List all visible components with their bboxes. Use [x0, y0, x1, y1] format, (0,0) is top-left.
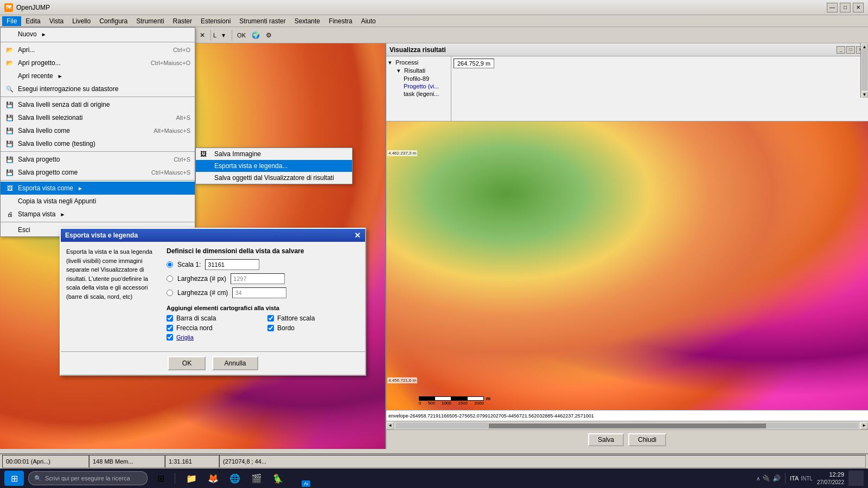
menu-stampa-vista[interactable]: 🖨 Stampa vista ► [1, 208, 195, 221]
esegui-label: Esegui interrogazione su datastore [18, 85, 118, 93]
scroll-left[interactable]: ◄ [386, 422, 394, 429]
menu-copia-vista[interactable]: Copia la vista negli Appunti [1, 195, 195, 208]
fattore-scala-row: Fattore scala [267, 314, 360, 322]
griglia-label[interactable]: Griglia [176, 334, 194, 341]
envelope-text: envelope-264958.72191166505-275652.07991… [388, 413, 594, 419]
menu-configura[interactable]: Configura [95, 16, 132, 26]
sys-up-arrow[interactable]: ∧ [756, 476, 760, 481]
taskbar-firefox-icon[interactable]: 🦊 [205, 471, 222, 486]
taskbar-search-box[interactable]: 🔍 Scrivi qui per eseguire la ricerca [28, 471, 148, 485]
minimize-btn[interactable]: — [827, 3, 838, 12]
submenu-salva-oggetti[interactable]: Salva oggetti dal Visualizzatore di risu… [196, 172, 352, 184]
h-scroll-thumb[interactable] [488, 423, 765, 428]
barra-scala-checkbox[interactable] [167, 315, 173, 322]
menu-edita[interactable]: Edita [21, 16, 44, 26]
app-title: OpenJUMP [16, 4, 827, 11]
larghezza-px-input[interactable]: 1297 [231, 273, 285, 284]
taskbar-app-icon[interactable]: 🦜 [270, 471, 287, 486]
start-button[interactable]: ⊞ [4, 471, 24, 486]
volume-icon[interactable]: 🔊 [773, 474, 781, 482]
menu-strumenti-raster[interactable]: Strumenti raster [235, 16, 290, 26]
scroll-right[interactable]: ► [860, 422, 868, 429]
close-button[interactable]: Chiudi [628, 433, 666, 446]
taskbar-clock[interactable]: 12:29 27/07/2022 [817, 471, 844, 485]
menu-salva-livelli-sel[interactable]: 💾 Salva livelli selezionati Alt+S [1, 111, 195, 124]
si-icon: 🖼 [200, 150, 211, 158]
menu-apri[interactable]: 📂 Apri... Ctrl+O [1, 43, 195, 56]
sp-label: Salva progetto [18, 156, 60, 163]
dialog-close-btn[interactable]: ✕ [354, 231, 361, 240]
scala-radio[interactable] [167, 261, 173, 268]
tool-cross[interactable]: ✕ [196, 29, 208, 41]
show-desktop-btn[interactable] [848, 471, 864, 486]
menu-sextante[interactable]: Sextante [290, 16, 324, 26]
menu-vista[interactable]: Vista [45, 16, 68, 26]
larghezza-px-radio[interactable] [167, 275, 173, 282]
menu-salva-progetto-come[interactable]: 💾 Salva progetto come Ctrl+Maiusc+S [1, 166, 195, 179]
tool-settings[interactable]: ⚙ [263, 29, 275, 41]
tree-progetto[interactable]: Progetto (vi... [388, 82, 449, 90]
taskbar-task-view[interactable]: ⊞ [152, 471, 169, 486]
menu-file[interactable]: File [2, 16, 21, 26]
save-button[interactable]: Salva [588, 433, 624, 446]
freccia-nord-checkbox[interactable] [167, 325, 173, 331]
dialog-ok-btn[interactable]: OK [168, 356, 206, 370]
menu-salva-progetto[interactable]: 💾 Salva progetto Ctrl+S [1, 153, 195, 166]
window-controls: — □ ✕ [827, 3, 864, 12]
menu-apri-recente[interactable]: Apri recente ► [1, 69, 195, 82]
tree-task[interactable]: task (legeni... [388, 90, 449, 98]
submenu-esporta-legenda[interactable]: Esporta vista e legenda... [196, 160, 352, 172]
menu-apri-progetto[interactable]: 📂 Apri progetto... Ctrl+Maiusc+O [1, 56, 195, 69]
menu-esegui[interactable]: 🔍 Esegui interrogazione su datastore [1, 82, 195, 95]
menu-salva-livello-come[interactable]: 💾 Salva livello come Alt+Maiusc+S [1, 124, 195, 137]
menu-raster[interactable]: Raster [169, 16, 196, 26]
taskbar-browser-icon[interactable]: 🌐 [226, 471, 244, 486]
menu-nuovo[interactable]: Nuovo ► [1, 28, 195, 41]
menu-salva-livello-testing[interactable]: 💾 Salva livello come (testing) [1, 137, 195, 150]
tree-profilo[interactable]: Profilo-89 [388, 75, 449, 82]
tool-world[interactable]: 🌍 [250, 29, 261, 41]
taskbar-media-icon[interactable]: 🎬 [248, 471, 265, 486]
y-axis-top: 4.462.237,3 m [387, 150, 417, 156]
menu-aiuto[interactable]: Aiuto [356, 16, 380, 26]
close-btn[interactable]: ✕ [853, 3, 864, 12]
tool-layer-dropdown[interactable]: ▾ [218, 29, 229, 41]
slc-icon: 💾 [5, 126, 15, 136]
submenu-salva-immagine[interactable]: 🖼 Salva Immagine [196, 148, 352, 160]
bordo-checkbox[interactable] [267, 325, 274, 331]
results-min-btn[interactable]: _ [837, 46, 845, 54]
tree-processi[interactable]: ▾ Processi [388, 59, 449, 67]
taskbar-explorer-icon[interactable]: 📁 [183, 471, 200, 486]
results-title-text: Visualizza risultati [390, 46, 446, 54]
menu-estensioni[interactable]: Estensioni [196, 16, 235, 26]
map-elements-title: Aggiungi elementi cartografici alla vist… [167, 305, 360, 311]
sep-3 [1, 180, 195, 181]
results-max-btn[interactable]: □ [846, 46, 855, 54]
tree-risultati[interactable]: ▾ Risultati [388, 67, 449, 75]
menu-esporta-vista[interactable]: 🖼 Esporta vista come ► [1, 182, 195, 195]
tree-expand-risultati[interactable]: ▾ [397, 67, 403, 74]
tree-expand-processi[interactable]: ▾ [388, 59, 394, 66]
dialog-description: Esporta la vista e la sua legenda (livel… [66, 247, 161, 346]
menu-finestra[interactable]: Finestra [324, 16, 356, 26]
sep-2 [1, 151, 195, 152]
dialog-cancel-btn[interactable]: Annulla [212, 356, 258, 370]
menu-strumenti[interactable]: Strumenti [132, 16, 168, 26]
larghezza-cm-input[interactable]: 34 [232, 287, 286, 298]
menu-salva-livelli-senza[interactable]: 💾 Salva livelli senza dati di origine [1, 98, 195, 111]
tool-ok[interactable]: OK [234, 29, 248, 41]
larghezza-cm-radio[interactable] [167, 290, 173, 296]
fattore-scala-checkbox[interactable] [267, 315, 274, 322]
scala-input[interactable]: 31161 [205, 259, 259, 270]
barra-scala-label: Barra di scala [176, 314, 216, 322]
h-scrollbar[interactable]: ◄ ► [386, 421, 868, 429]
h-scroll-track[interactable] [396, 423, 858, 428]
griglia-checkbox[interactable] [167, 334, 173, 341]
title-bar: 🗺 OpenJUMP — □ ✕ [0, 0, 868, 15]
sp-icon: 💾 [5, 155, 15, 164]
maximize-btn[interactable]: □ [840, 3, 851, 12]
scale-0: 0 [419, 401, 421, 406]
menu-livello[interactable]: Livello [68, 16, 95, 26]
coordinate-area: 264.752,9 m [451, 56, 868, 121]
network-icon[interactable]: 🔌 [762, 474, 770, 482]
